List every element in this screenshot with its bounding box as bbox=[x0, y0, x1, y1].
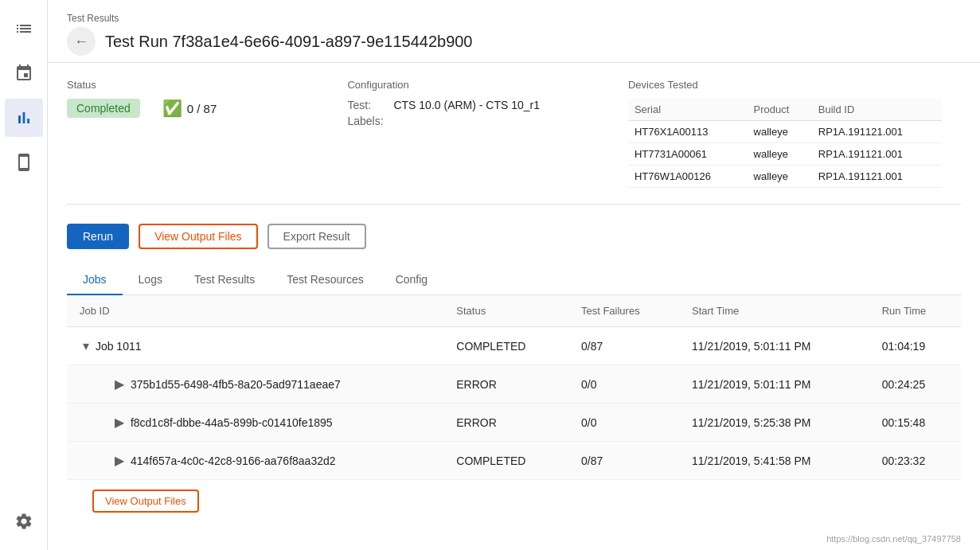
config-test-val: CTS 10.0 (ARM) - CTS 10_r1 bbox=[393, 99, 540, 111]
view-output-button[interactable]: View Output Files bbox=[139, 224, 257, 249]
status-row: Completed ✅ 0 / 87 bbox=[67, 99, 328, 118]
sidebar-item-analytics[interactable] bbox=[5, 99, 43, 137]
title-row: ← Test Run 7f38a1e4-6e66-4091-a897-9e115… bbox=[67, 27, 961, 56]
check-icon: ✅ bbox=[162, 99, 182, 118]
col-run-time: Run Time bbox=[869, 295, 961, 327]
page-title: Test Run 7f38a1e4-6e66-4091-a897-9e11544… bbox=[105, 33, 473, 51]
sub-job-start-cell: 11/21/2019, 5:01:11 PM bbox=[679, 365, 869, 404]
content-area: Status Completed ✅ 0 / 87 Configuration … bbox=[48, 63, 980, 550]
devices-row: HT76W1A00126 walleye RP1A.191121.001 bbox=[628, 166, 942, 188]
status-col: Status Completed ✅ 0 / 87 bbox=[67, 79, 347, 188]
sidebar-item-devices[interactable] bbox=[5, 143, 43, 181]
table-row: ▶ 414f657a-4c0c-42c8-9166-aa76f8aa32d2 C… bbox=[67, 442, 961, 480]
col-job-id: Job ID bbox=[67, 295, 443, 327]
device-product: walleye bbox=[748, 143, 812, 166]
sub-job-runtime-cell: 00:23:32 bbox=[869, 442, 961, 480]
device-serial: HT76X1A00113 bbox=[628, 121, 748, 143]
sub-job-id-label: 375b1d55-6498-4fb5-8a20-5ad9711aeae7 bbox=[131, 378, 341, 391]
table-row: ▶ 375b1d55-6498-4fb5-8a20-5ad9711aeae7 E… bbox=[67, 365, 961, 404]
back-button[interactable]: ← bbox=[67, 27, 96, 56]
expand-button[interactable]: ▶ bbox=[111, 375, 127, 393]
tab-logs[interactable]: Logs bbox=[123, 265, 178, 295]
job-failures-cell: 0/87 bbox=[568, 327, 679, 365]
device-serial: HT7731A00061 bbox=[628, 143, 748, 166]
col-status: Status bbox=[443, 295, 568, 327]
tab-test-resources[interactable]: Test Resources bbox=[271, 265, 379, 295]
collapse-button[interactable]: ▾ bbox=[80, 337, 92, 355]
export-result-button[interactable]: Export Result bbox=[267, 224, 366, 249]
devices-col-product: Product bbox=[748, 99, 812, 121]
col-test-failures: Test Failures bbox=[568, 295, 679, 327]
phone-icon bbox=[14, 153, 33, 172]
sub-job-start-cell: 11/21/2019, 5:41:58 PM bbox=[679, 442, 869, 480]
chart-icon bbox=[14, 108, 33, 127]
config-labels-row: Labels: bbox=[347, 115, 608, 127]
device-buildid: RP1A.191121.001 bbox=[812, 121, 942, 143]
device-buildid: RP1A.191121.001 bbox=[812, 143, 942, 166]
config-test-key: Test: bbox=[347, 99, 387, 111]
jobs-table: Job ID Status Test Failures Start Time R… bbox=[67, 295, 961, 480]
devices-label: Devices Tested bbox=[628, 79, 942, 91]
sub-job-status-cell: COMPLETED bbox=[443, 442, 568, 480]
devices-row: HT7731A00061 walleye RP1A.191121.001 bbox=[628, 143, 942, 166]
sub-job-id-cell: ▶ 414f657a-4c0c-42c8-9166-aa76f8aa32d2 bbox=[67, 442, 443, 480]
sub-view-output-row: View Output Files bbox=[67, 480, 961, 519]
devices-table: Serial Product Build ID HT76X1A00113 wal… bbox=[628, 99, 942, 188]
sub-view-output-button[interactable]: View Output Files bbox=[92, 490, 199, 513]
config-labels-key: Labels: bbox=[347, 115, 387, 127]
tab-test-results[interactable]: Test Results bbox=[178, 265, 271, 295]
sub-job-failures-cell: 0/87 bbox=[568, 442, 679, 480]
settings-icon bbox=[14, 512, 33, 531]
expand-button[interactable]: ▶ bbox=[111, 413, 127, 431]
sub-job-id-label: 414f657a-4c0c-42c8-9166-aa76f8aa32d2 bbox=[131, 454, 336, 467]
expand-button[interactable]: ▶ bbox=[111, 451, 127, 470]
config-label: Configuration bbox=[347, 79, 608, 91]
sub-job-id-label: f8cd1c8f-dbbe-44a5-899b-c01410fe1895 bbox=[131, 416, 333, 429]
header: Test Results ← Test Run 7f38a1e4-6e66-40… bbox=[48, 0, 980, 63]
job-status-cell: COMPLETED bbox=[443, 327, 568, 365]
main-content: Test Results ← Test Run 7f38a1e4-6e66-40… bbox=[48, 0, 980, 550]
table-row: ▶ f8cd1c8f-dbbe-44a5-899b-c01410fe1895 E… bbox=[67, 404, 961, 442]
device-product: walleye bbox=[748, 166, 812, 188]
status-label: Status bbox=[67, 79, 328, 91]
sidebar-item-tasks[interactable] bbox=[5, 10, 43, 48]
action-row: Rerun View Output Files Export Result bbox=[67, 224, 961, 249]
sub-job-status-cell: ERROR bbox=[443, 404, 568, 442]
job-start-cell: 11/21/2019, 5:01:11 PM bbox=[679, 327, 869, 365]
sub-job-runtime-cell: 00:15:48 bbox=[869, 404, 961, 442]
job-id-cell: ▾ Job 1011 bbox=[67, 327, 443, 365]
sub-job-status-cell: ERROR bbox=[443, 365, 568, 404]
sub-job-failures-cell: 0/0 bbox=[568, 365, 679, 404]
col-start-time: Start Time bbox=[679, 295, 869, 327]
devices-col-serial: Serial bbox=[628, 99, 748, 121]
footer-url: https://blog.csdn.net/qq_37497758 bbox=[814, 531, 974, 547]
check-count-value: 0 / 87 bbox=[187, 102, 217, 115]
job-id-label: Job 1011 bbox=[96, 340, 142, 353]
check-count: ✅ 0 / 87 bbox=[162, 99, 217, 118]
sub-job-start-cell: 11/21/2019, 5:25:38 PM bbox=[679, 404, 869, 442]
list-icon bbox=[14, 19, 33, 38]
rerun-button[interactable]: Rerun bbox=[67, 224, 129, 249]
sidebar-item-calendar[interactable] bbox=[5, 54, 43, 92]
devices-col: Devices Tested Serial Product Build ID H… bbox=[628, 79, 961, 188]
status-badge: Completed bbox=[67, 99, 140, 118]
sidebar bbox=[0, 0, 48, 550]
tabs: Jobs Logs Test Results Test Resources Co… bbox=[67, 265, 961, 295]
devices-col-buildid: Build ID bbox=[812, 99, 942, 121]
breadcrumb: Test Results bbox=[67, 13, 961, 24]
sub-job-runtime-cell: 00:24:25 bbox=[869, 365, 961, 404]
tab-config[interactable]: Config bbox=[380, 265, 443, 295]
sidebar-item-settings[interactable] bbox=[5, 502, 43, 540]
job-runtime-cell: 01:04:19 bbox=[869, 327, 961, 365]
sub-job-id-cell: ▶ 375b1d55-6498-4fb5-8a20-5ad9711aeae7 bbox=[67, 365, 443, 404]
config-col: Configuration Test: CTS 10.0 (ARM) - CTS… bbox=[347, 79, 627, 188]
calendar-icon bbox=[14, 64, 33, 83]
config-test-row: Test: CTS 10.0 (ARM) - CTS 10_r1 bbox=[347, 99, 608, 111]
tab-jobs[interactable]: Jobs bbox=[67, 265, 123, 295]
device-product: walleye bbox=[748, 121, 812, 143]
info-section: Status Completed ✅ 0 / 87 Configuration … bbox=[67, 79, 961, 205]
device-buildid: RP1A.191121.001 bbox=[812, 166, 942, 188]
sub-job-id-cell: ▶ f8cd1c8f-dbbe-44a5-899b-c01410fe1895 bbox=[67, 404, 443, 442]
table-row: ▾ Job 1011 COMPLETED 0/87 11/21/2019, 5:… bbox=[67, 327, 961, 365]
sub-job-failures-cell: 0/0 bbox=[568, 404, 679, 442]
